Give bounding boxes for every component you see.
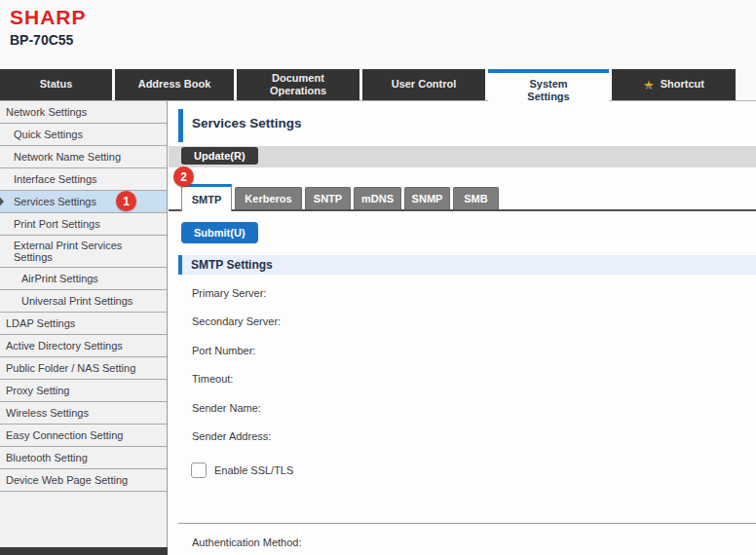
tab-snmp[interactable]: SNMP <box>404 187 450 209</box>
page-header: SHARP BP-70C55 <box>0 0 756 69</box>
top-nav: Status Address Book Document Operations … <box>0 69 736 100</box>
sidebar-item-interface-settings[interactable]: Interface Settings <box>0 168 167 191</box>
sender-name-label: Sender Name: <box>192 402 261 414</box>
port-number-label: Port Number: <box>192 345 255 356</box>
tab-smtp[interactable]: SMTP <box>181 184 232 211</box>
annotation-badge-1: 1 <box>116 191 136 211</box>
enable-ssl-tls-row: Enable SSL/TLS <box>191 462 293 478</box>
sidebar-item-universal-print-settings[interactable]: Universal Print Settings <box>0 290 167 313</box>
timeout-label: Timeout: <box>192 373 233 385</box>
nav-tab-document-operations[interactable]: Document Operations <box>237 69 359 100</box>
sidebar-item-proxy-setting[interactable]: Proxy Setting <box>0 380 167 402</box>
protocol-tabstrip: SMTP Kerberos SNTP mDNS SNMP SMB <box>181 187 499 209</box>
sidebar-item-external-print-services-settings[interactable]: External Print Services Settings <box>0 236 167 268</box>
sidebar-item-airprint-settings[interactable]: AirPrint Settings <box>0 268 167 290</box>
tab-kerberos[interactable]: Kerberos <box>235 187 302 209</box>
sidebar-item-network-name-setting[interactable]: Network Name Setting <box>0 146 167 168</box>
authentication-method-label: Authentication Method: <box>192 536 302 548</box>
nav-tab-system-settings[interactable]: System Settings <box>488 69 609 108</box>
enable-ssl-tls-checkbox[interactable] <box>191 462 207 478</box>
sidebar-item-ldap-settings[interactable]: LDAP Settings <box>0 313 167 335</box>
primary-server-label: Primary Server: <box>192 287 266 299</box>
nav-tab-address-book[interactable]: Address Book <box>115 69 234 100</box>
nav-tab-shortcut[interactable]: ★★ Shortcut <box>612 69 736 100</box>
secondary-server-label: Secondary Server: <box>192 315 281 327</box>
section-divider <box>178 523 756 524</box>
section-accent-bar <box>178 255 182 275</box>
sender-address-label: Sender Address: <box>192 430 271 442</box>
device-model: BP-70C55 <box>10 32 73 48</box>
sidebar-item-public-folder-nas-setting[interactable]: Public Folder / NAS Setting <box>0 357 167 380</box>
enable-ssl-tls-label: Enable SSL/TLS <box>214 464 293 476</box>
smtp-settings-section-header: SMTP Settings <box>178 255 756 275</box>
tab-mdns[interactable]: mDNS <box>354 187 401 209</box>
sidebar-item-print-port-settings[interactable]: Print Port Settings <box>0 213 167 236</box>
nav-tab-status[interactable]: Status <box>0 69 112 100</box>
submit-button[interactable]: Submit(U) <box>181 222 258 243</box>
title-accent-bar <box>178 109 183 142</box>
main-content: Services Settings Update(R) SMTP Kerbero… <box>169 101 756 555</box>
sidebar-item-active-directory-settings[interactable]: Active Directory Settings <box>0 335 167 357</box>
app-window: SHARP BP-70C55 Status Address Book Docum… <box>0 0 756 555</box>
annotation-badge-2: 2 <box>173 166 194 187</box>
sidebar-item-network-settings[interactable]: Network Settings <box>0 101 167 124</box>
update-button[interactable]: Update(R) <box>181 147 258 165</box>
page-title: Services Settings <box>192 116 302 130</box>
sidebar: Network Settings Quick Settings Network … <box>0 101 168 555</box>
sidebar-item-services-settings[interactable]: Services Settings 1 <box>0 191 167 213</box>
tabstrip-baseline <box>169 209 756 211</box>
sidebar-next-section-edge <box>0 547 168 555</box>
sidebar-item-device-web-page-setting[interactable]: Device Web Page Setting <box>0 469 167 492</box>
tab-smb[interactable]: SMB <box>453 187 499 209</box>
update-toolbar: Update(R) <box>169 146 756 167</box>
section-title: SMTP Settings <box>191 258 273 272</box>
star-icon: ★★ <box>643 79 655 92</box>
sidebar-item-quick-settings[interactable]: Quick Settings <box>0 124 167 146</box>
sidebar-item-easy-connection-setting[interactable]: Easy Connection Setting <box>0 425 167 447</box>
sharp-logo: SHARP <box>10 6 87 29</box>
sidebar-item-wireless-settings[interactable]: Wireless Settings <box>0 402 167 425</box>
sidebar-item-bluetooth-setting[interactable]: Bluetooth Setting <box>0 447 167 469</box>
nav-tab-user-control[interactable]: User Control <box>362 69 485 100</box>
tab-sntp[interactable]: SNTP <box>305 187 351 209</box>
